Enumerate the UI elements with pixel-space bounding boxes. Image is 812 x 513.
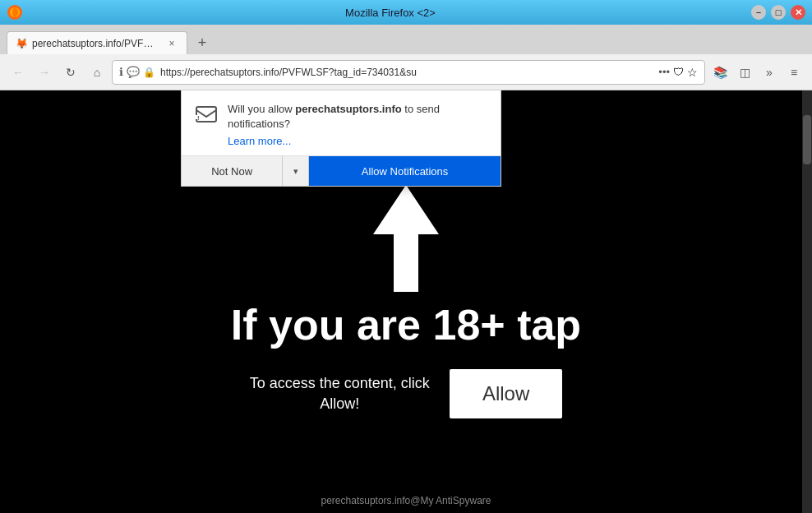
toolbar-right: 📚 ◫ » ≡ [708,61,805,84]
sub-text: To access the content, click Allow! [250,373,430,414]
reload-button[interactable]: ↻ [59,61,82,84]
titlebar-title: Mozilla Firefox <2> [30,7,751,19]
close-button[interactable]: ✕ [791,5,805,20]
scrollbar[interactable] [802,90,812,513]
back-button[interactable]: ← [7,61,30,84]
forward-button[interactable]: → [33,61,56,84]
library-button[interactable]: 📚 [708,61,731,84]
back-icon: ← [12,66,24,79]
active-tab[interactable]: 🦊 perechatsuptors.info/PVFW… × [7,31,187,54]
popup-message-prefix: Will you allow [228,103,295,115]
sidebar-icon: ◫ [740,66,750,79]
home-icon: ⌂ [94,66,100,79]
notification-message-icon: ! [195,104,218,127]
scrollbar-thumb[interactable] [803,115,811,164]
popup-text-content: Will you allow perechatsuptors.info to s… [228,102,487,147]
popup-message: Will you allow perechatsuptors.info to s… [228,102,487,132]
extensions-button[interactable]: » [758,61,781,84]
address-icons-left: ℹ 💬 🔒 [119,66,155,78]
minimize-button[interactable]: − [751,5,766,20]
sub-text-line2: Allow! [320,395,359,412]
footer-link: perechatsuptors.info@My AntiSpyware [321,495,491,506]
main-text: If you are 18+ tap [231,300,581,349]
library-icon: 📚 [713,66,727,79]
svg-marker-5 [373,185,439,292]
allow-notifications-button[interactable]: Allow Notifications [309,156,501,186]
arrow-up-icon [365,185,447,292]
notification-permission-icon: 💬 [127,66,140,78]
tab-close-button[interactable]: × [165,37,178,50]
reload-icon: ↻ [66,66,76,79]
star-icon[interactable]: ☆ [687,66,698,79]
tab-favicon-icon: 🦊 [16,38,27,49]
learn-more-link[interactable]: Learn more... [228,135,487,147]
notification-popup: ! Will you allow perechatsuptors.info to… [181,90,501,187]
allow-button[interactable]: Allow [450,369,562,418]
tabbar: 🦊 perechatsuptors.info/PVFW… × + [0,25,812,54]
lock-icon: 🔒 [143,67,155,78]
home-button[interactable]: ⌂ [85,61,108,84]
forward-icon: → [39,66,50,79]
extensions-icon: » [766,66,773,79]
sub-section: To access the content, click Allow! Allo… [250,369,562,418]
more-icon[interactable]: ••• [658,66,670,78]
address-field[interactable]: ℹ 💬 🔒 https://perechatsuptors.info/PVFWL… [112,60,705,85]
maximize-button[interactable]: □ [771,5,786,20]
addressbar: ← → ↻ ⌂ ℹ 💬 🔒 https://perechatsuptors.in… [0,54,812,90]
browser-content: ! Will you allow perechatsuptors.info to… [0,90,812,513]
not-now-button[interactable]: Not Now [182,156,283,186]
shield-icon[interactable]: 🛡 [673,66,684,78]
firefox-logo-icon [7,4,23,21]
tab-title: perechatsuptors.info/PVFW… [32,38,160,49]
sidebar-button[interactable]: ◫ [733,61,756,84]
popup-site-name: perechatsuptors.info [295,103,401,115]
svg-text:!: ! [197,114,200,122]
titlebar-controls: − □ ✕ [751,5,805,20]
address-icons-right: ••• 🛡 ☆ [658,66,698,79]
popup-not-now-section: Not Now ▾ [182,156,309,186]
titlebar-left [7,4,30,21]
popup-content: ! Will you allow perechatsuptors.info to… [182,90,501,155]
not-now-dropdown-button[interactable]: ▾ [283,156,309,186]
hamburger-icon: ≡ [791,66,797,79]
new-tab-button[interactable]: + [191,31,214,54]
popup-actions: Not Now ▾ Allow Notifications [182,155,501,186]
info-icon: ℹ [119,66,123,78]
titlebar: Mozilla Firefox <2> − □ ✕ [0,0,812,25]
url-display: https://perechatsuptors.info/PVFWLSF?tag… [160,67,653,78]
sub-text-line1: To access the content, click [250,375,430,391]
menu-button[interactable]: ≡ [782,61,805,84]
